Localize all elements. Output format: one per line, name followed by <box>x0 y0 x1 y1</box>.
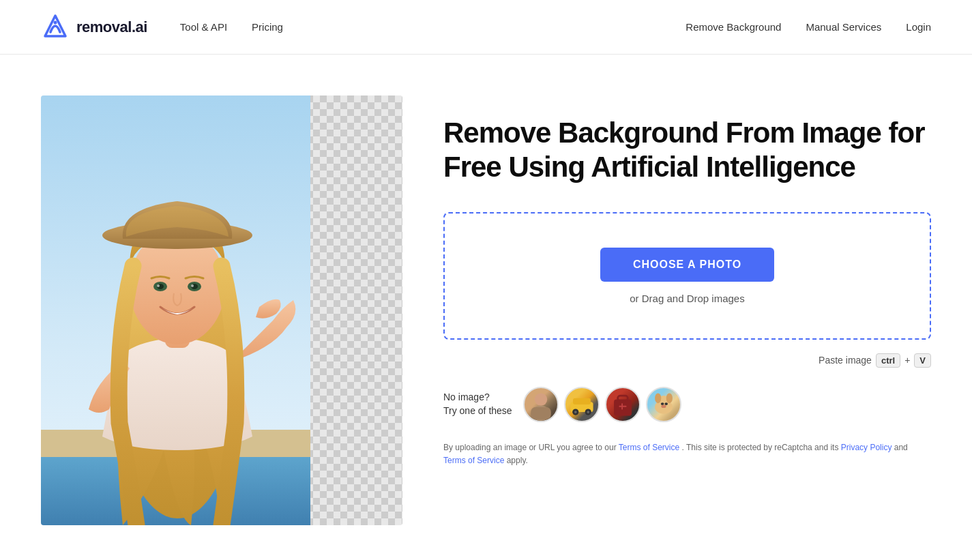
sample-label: No image? Try one of these <box>443 391 512 417</box>
key-ctrl: ctrl <box>876 353 900 368</box>
paste-shortcut-row: Paste image ctrl + V <box>443 353 931 368</box>
terms-suffix: apply. <box>504 456 527 465</box>
nav-remove-background[interactable]: Remove Background <box>686 21 781 33</box>
paste-label: Paste image <box>819 355 872 366</box>
svg-point-15 <box>534 393 546 405</box>
demo-image <box>41 95 402 525</box>
sample-label-line2: Try one of these <box>443 405 512 416</box>
svg-point-13 <box>157 284 160 287</box>
svg-rect-19 <box>573 398 591 404</box>
header-left: removal.ai Tool & API Pricing <box>41 13 283 42</box>
main-nav: Tool & API Pricing <box>180 21 283 33</box>
terms-tos1-link[interactable]: Terms of Service <box>619 443 679 452</box>
terms-privacy-link[interactable]: Privacy Policy <box>841 443 892 452</box>
logo-icon <box>41 13 70 42</box>
sample-images-list <box>523 387 681 422</box>
terms-prefix: By uploading an image or URL you agree t… <box>443 443 619 452</box>
logo-text: removal.ai <box>76 18 147 36</box>
demo-person-svg <box>41 95 402 525</box>
svg-point-14 <box>191 284 194 287</box>
key-plus-symbol: + <box>904 355 910 366</box>
hero-title: Remove Background From Image for Free Us… <box>443 116 931 185</box>
sample-thumb-dog[interactable] <box>646 387 681 422</box>
drag-drop-label: or Drag and Drop images <box>630 293 744 304</box>
nav-manual-services[interactable]: Manual Services <box>806 21 881 33</box>
sample-label-line1: No image? <box>443 392 490 402</box>
svg-point-32 <box>661 402 664 405</box>
right-content: Remove Background From Image for Free Us… <box>443 95 931 467</box>
sample-thumb-person[interactable] <box>523 387 559 422</box>
svg-point-34 <box>661 404 666 408</box>
main-content: Remove Background From Image for Free Us… <box>0 55 972 552</box>
sample-thumb-bag[interactable] <box>605 387 640 422</box>
svg-point-31 <box>666 393 672 403</box>
terms-middle: . This site is protected by reCaptcha an… <box>679 443 841 452</box>
terms-and: and <box>892 443 907 452</box>
terms-text: By uploading an image or URL you agree t… <box>443 441 931 467</box>
svg-point-30 <box>655 393 661 403</box>
nav-login[interactable]: Login <box>906 21 931 33</box>
sample-thumb-car[interactable] <box>564 387 600 422</box>
header: removal.ai Tool & API Pricing Remove Bac… <box>0 0 972 55</box>
nav-tool-api[interactable]: Tool & API <box>180 21 227 33</box>
svg-point-23 <box>587 411 589 413</box>
sample-images-row: No image? Try one of these <box>443 387 931 422</box>
svg-point-0 <box>54 20 57 24</box>
svg-rect-27 <box>621 403 623 409</box>
svg-rect-25 <box>617 396 628 400</box>
svg-point-33 <box>664 402 668 405</box>
terms-tos2-link[interactable]: Terms of Service <box>443 456 504 465</box>
upload-dropzone[interactable]: CHOOSE A PHOTO or Drag and Drop images <box>443 212 931 340</box>
choose-photo-button[interactable]: CHOOSE A PHOTO <box>600 248 774 282</box>
header-right: Remove Background Manual Services Login <box>686 21 931 33</box>
svg-point-22 <box>574 411 577 413</box>
key-v: V <box>914 353 931 368</box>
logo[interactable]: removal.ai <box>41 13 147 42</box>
nav-pricing[interactable]: Pricing <box>252 21 283 33</box>
svg-rect-17 <box>531 407 551 419</box>
demo-image-inner <box>41 95 402 525</box>
